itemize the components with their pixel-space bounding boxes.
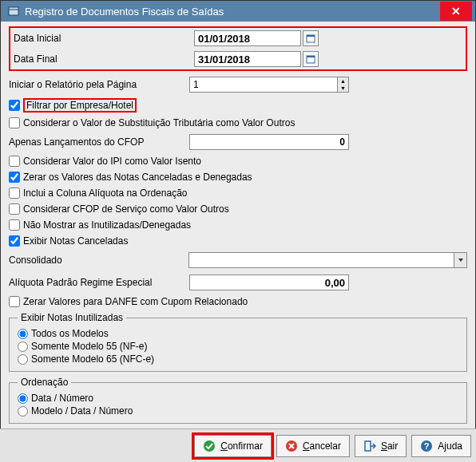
- checkbox-subst-tributaria[interactable]: [9, 117, 20, 128]
- label-modelo-65: Somente Modelo 65 (NFC-e): [31, 353, 154, 365]
- label-data-inicial: Data Inicial: [14, 33, 194, 44]
- label-modelo-55: Somente Modelo 55 (NF-e): [31, 341, 147, 352]
- label-inclui-aliquota: Inclui a Coluna Alíquota na Ordenação: [23, 188, 187, 199]
- checkbox-zerar-canceladas[interactable]: [9, 172, 20, 183]
- legend-inutilizadas: Exibir Notas Inutilizadas: [18, 312, 126, 323]
- label-zerar-canceladas: Zerar os Valores das Notas Canceladas e …: [23, 172, 252, 183]
- svg-rect-0: [9, 7, 18, 15]
- svg-rect-8: [365, 441, 371, 451]
- label-exibir-canceladas: Exibir Notas Canceladas: [23, 235, 128, 247]
- checkbox-inclui-aliquota[interactable]: [9, 188, 20, 199]
- svg-point-6: [204, 440, 215, 452]
- row-subst-tributaria: Considerar o Valor de Substituição Tribu…: [9, 117, 467, 128]
- label-data-numero: Data / Número: [31, 393, 93, 404]
- window-title: Registro de Documentos Fiscais de Saídas: [25, 6, 224, 18]
- legend-ordenacao: Ordenação: [18, 377, 71, 388]
- cancel-button[interactable]: Cancelar: [276, 435, 350, 457]
- label-data-final: Data Final: [14, 53, 194, 65]
- radio-data-numero[interactable]: [18, 393, 28, 404]
- row-cfop: Apenas Lançamentos do CFOP: [9, 133, 467, 151]
- content-area: Data Inicial Data Final Iniciar o Relató…: [1, 22, 475, 433]
- row-zerar-canceladas: Zerar os Valores das Notas Canceladas e …: [9, 172, 467, 183]
- chevron-down-icon: [454, 253, 466, 267]
- help-circle-icon: ?: [420, 440, 433, 452]
- row-pagina: Iniciar o Relatório pela Página ▲ ▼: [9, 76, 467, 93]
- radio-row-todos: Todos os Modelos: [18, 328, 458, 339]
- label-pagina: Iniciar o Relatório pela Página: [9, 79, 189, 90]
- radio-row-modelo55: Somente Modelo 55 (NF-e): [18, 341, 458, 352]
- checkbox-exibir-canceladas[interactable]: [9, 235, 20, 247]
- checkbox-ipi-isento[interactable]: [9, 156, 20, 167]
- checkbox-zerar-danfe[interactable]: [9, 296, 20, 307]
- svg-rect-5: [307, 56, 315, 57]
- radio-modelo-65[interactable]: [18, 354, 28, 365]
- calendar-icon[interactable]: [303, 30, 319, 46]
- spin-up-icon[interactable]: ▲: [337, 77, 348, 85]
- label-subst-tributaria: Considerar o Valor de Substituição Tribu…: [23, 117, 295, 128]
- svg-rect-3: [307, 35, 315, 37]
- row-data-inicial: Data Inicial: [14, 30, 462, 47]
- confirm-label: Confirmar: [220, 440, 263, 452]
- label-ipi-isento: Considerar Valor do IPI como Valor Isent…: [23, 156, 201, 167]
- row-cfop-servico: Considerar CFOP de Serviço como Valor Ou…: [9, 203, 467, 215]
- row-ipi-isento: Considerar Valor do IPI como Valor Isent…: [9, 156, 467, 167]
- row-data-final: Data Final: [14, 50, 462, 68]
- spin-down-icon[interactable]: ▼: [337, 85, 348, 92]
- highlight-filtrar-empresa: Filtrar por Empresa/Hotel: [23, 98, 137, 113]
- checkbox-nao-mostrar-inut[interactable]: [9, 219, 20, 231]
- x-circle-icon: [285, 440, 298, 452]
- help-label: Ajuda: [438, 440, 462, 452]
- exit-icon: [363, 440, 376, 452]
- exit-label: Sair: [381, 440, 398, 452]
- title-bar: Registro de Documentos Fiscais de Saídas…: [1, 1, 475, 22]
- checkbox-cfop-servico[interactable]: [9, 203, 20, 215]
- input-data-final[interactable]: [194, 51, 301, 67]
- label-cfop-servico: Considerar CFOP de Serviço como Valor Ou…: [23, 203, 229, 215]
- label-todos-modelos: Todos os Modelos: [31, 328, 109, 339]
- row-aliquota: Alíquota Padrão Regime Especial: [9, 274, 467, 291]
- input-aliquota[interactable]: [189, 274, 349, 290]
- label-nao-mostrar-inut: Não Mostrar as Inutilizadas/Denegadas: [23, 219, 191, 231]
- label-consolidado: Consolidado: [9, 255, 188, 266]
- radio-modelo-55[interactable]: [18, 342, 28, 352]
- confirm-button[interactable]: Confirmar: [194, 435, 272, 457]
- radio-modelo-data-numero[interactable]: [18, 406, 28, 417]
- radio-todos-modelos[interactable]: [18, 329, 28, 339]
- label-modelo-data-numero: Modelo / Data / Número: [31, 405, 133, 417]
- fieldset-ordenacao: Ordenação Data / Número Modelo / Data / …: [9, 377, 467, 424]
- exit-button[interactable]: Sair: [355, 435, 407, 457]
- radio-row-modelo65: Somente Modelo 65 (NFC-e): [18, 353, 458, 365]
- spin-pagina[interactable]: ▲ ▼: [189, 77, 349, 93]
- label-cfop: Apenas Lançamentos do CFOP: [9, 136, 189, 148]
- row-filtrar-empresa: Filtrar por Empresa/Hotel: [9, 98, 467, 113]
- select-consolidado[interactable]: [188, 252, 467, 268]
- row-nao-mostrar-inut: Não Mostrar as Inutilizadas/Denegadas: [9, 219, 467, 231]
- row-zerar-danfe: Zerar Valores para DANFE com Cupom Relac…: [9, 296, 467, 307]
- row-inclui-aliquota: Inclui a Coluna Alíquota na Ordenação: [9, 188, 467, 199]
- label-zerar-danfe: Zerar Valores para DANFE com Cupom Relac…: [23, 296, 248, 307]
- close-button[interactable]: ✕: [440, 2, 472, 21]
- svg-text:?: ?: [424, 441, 430, 451]
- dates-highlight: Data Inicial Data Final: [9, 26, 467, 71]
- app-icon: [7, 5, 20, 18]
- radio-row-data-numero: Data / Número: [18, 393, 458, 404]
- help-button[interactable]: ? Ajuda: [411, 435, 471, 457]
- row-consolidado: Consolidado: [9, 251, 467, 269]
- label-filtrar-empresa: Filtrar por Empresa/Hotel: [26, 100, 133, 111]
- checkbox-filtrar-empresa[interactable]: [9, 100, 20, 111]
- fieldset-inutilizadas: Exibir Notas Inutilizadas Todos os Model…: [9, 312, 467, 372]
- close-icon: ✕: [451, 5, 461, 18]
- input-pagina[interactable]: [190, 77, 337, 92]
- check-circle-icon: [203, 440, 216, 452]
- input-data-inicial[interactable]: [194, 30, 301, 46]
- row-exibir-canceladas: Exibir Notas Canceladas: [9, 235, 467, 247]
- radio-row-modelo-data-numero: Modelo / Data / Número: [18, 405, 458, 417]
- input-cfop[interactable]: [189, 134, 349, 150]
- calendar-icon[interactable]: [303, 51, 319, 67]
- label-aliquota: Alíquota Padrão Regime Especial: [9, 277, 189, 288]
- cancel-label: Cancelar: [303, 440, 341, 452]
- button-bar: Confirmar Cancelar Sair ? Ajuda: [0, 428, 476, 462]
